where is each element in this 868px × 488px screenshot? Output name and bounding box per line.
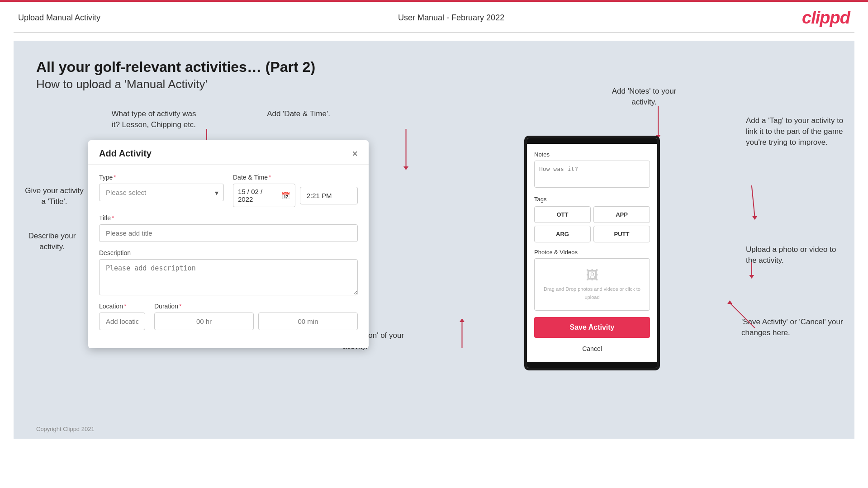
cancel-button[interactable]: Cancel [534, 342, 650, 355]
svg-marker-16 [752, 216, 757, 220]
form-group-location: Location* [99, 303, 145, 330]
page-subtitle: How to upload a 'Manual Activity' [36, 77, 832, 91]
svg-line-15 [752, 185, 755, 217]
dialog-body: Type* Please select Date & Time* 15 / [88, 165, 369, 348]
duration-min-input[interactable] [258, 313, 358, 330]
annotation-upload: Upload a photo or video to the activity. [746, 244, 845, 266]
type-select-wrapper: Please select [99, 184, 224, 201]
logo: clippd [802, 8, 850, 28]
form-row-title: Title* [99, 214, 358, 242]
tags-grid: OTT APP ARG PUTT [534, 206, 650, 242]
duration-hr-input[interactable] [154, 313, 254, 330]
form-group-description: Description [99, 249, 358, 295]
header-center-label: User Manual - February 2022 [398, 13, 504, 23]
svg-marker-12 [460, 318, 465, 322]
annotation-save: 'Save Activity' or 'Cancel' your changes… [741, 317, 845, 338]
phone-inner: Notes Tags OTT APP ARG PUTT Photos & Vid… [527, 144, 657, 362]
title-input[interactable] [99, 224, 358, 242]
header: Upload Manual Activity User Manual - Feb… [0, 0, 868, 32]
type-label: Type* [99, 174, 224, 181]
duration-label: Duration* [154, 303, 358, 310]
dialog-header: Add Activity × [88, 140, 369, 165]
header-divider [14, 32, 854, 33]
add-activity-dialog: Add Activity × Type* Please select [88, 140, 369, 348]
svg-marker-18 [749, 275, 754, 279]
tags-label: Tags [534, 196, 650, 203]
tag-app[interactable]: APP [593, 206, 650, 223]
svg-marker-3 [403, 166, 408, 170]
tag-arg[interactable]: ARG [534, 226, 591, 242]
form-row-location-duration: Location* Duration* [99, 303, 358, 330]
description-label: Description [99, 249, 358, 256]
notes-label: Notes [534, 151, 650, 158]
annotation-tag: Add a 'Tag' to your activity to link it … [746, 115, 845, 147]
date-time-group: 15 / 02 / 2022 📅 2:21 PM [233, 184, 358, 207]
title-label: Title* [99, 214, 358, 222]
upload-text: Drag and Drop photos and videos or click… [544, 286, 640, 300]
dialog-close-button[interactable]: × [352, 149, 358, 159]
form-row-description: Description [99, 249, 358, 295]
annotation-title: Give your activity a 'Title'. [23, 185, 86, 207]
photos-label: Photos & Videos [534, 249, 650, 256]
header-left-label: Upload Manual Activity [18, 13, 100, 23]
phone-bottom-bar [527, 362, 657, 368]
date-input[interactable]: 15 / 02 / 2022 📅 [233, 184, 295, 207]
annotation-activity-type: What type of activity was it? Lesson, Ch… [109, 109, 199, 130]
form-group-title: Title* [99, 214, 358, 242]
dialog-title: Add Activity [99, 148, 152, 159]
datetime-label: Date & Time* [233, 174, 358, 181]
location-input[interactable] [99, 313, 145, 330]
save-activity-button[interactable]: Save Activity [534, 317, 650, 338]
form-group-datetime: Date & Time* 15 / 02 / 2022 📅 2:21 PM [233, 174, 358, 207]
form-group-type: Type* Please select [99, 174, 224, 207]
type-select[interactable]: Please select [99, 184, 224, 201]
form-group-duration: Duration* [154, 303, 358, 330]
svg-marker-20 [727, 300, 732, 304]
calendar-icon: 📅 [281, 191, 290, 200]
page-title: All your golf-relevant activities… (Part… [36, 59, 832, 76]
notes-textarea[interactable] [534, 161, 650, 188]
phone-top-bar [527, 138, 657, 144]
form-row-type-date: Type* Please select Date & Time* 15 / [99, 174, 358, 207]
duration-inputs [154, 313, 358, 330]
tag-putt[interactable]: PUTT [593, 226, 650, 242]
tag-ott[interactable]: OTT [534, 206, 591, 223]
annotation-date-time: Add 'Date & Time'. [260, 109, 337, 119]
annotation-notes: Add 'Notes' to your activity. [601, 86, 687, 108]
photos-upload-area[interactable]: 🖼 Drag and Drop photos and videos or cli… [534, 258, 650, 311]
main-content: All your golf-relevant activities… (Part… [14, 41, 854, 439]
description-textarea[interactable] [99, 259, 358, 295]
upload-icon: 🖼 [539, 268, 645, 283]
copyright: Copyright Clippd 2021 [36, 426, 95, 432]
location-label: Location* [99, 303, 145, 310]
time-input[interactable]: 2:21 PM [300, 187, 358, 204]
annotation-description: Describe your activity. [23, 231, 81, 252]
phone-panel: Notes Tags OTT APP ARG PUTT Photos & Vid… [524, 136, 660, 370]
